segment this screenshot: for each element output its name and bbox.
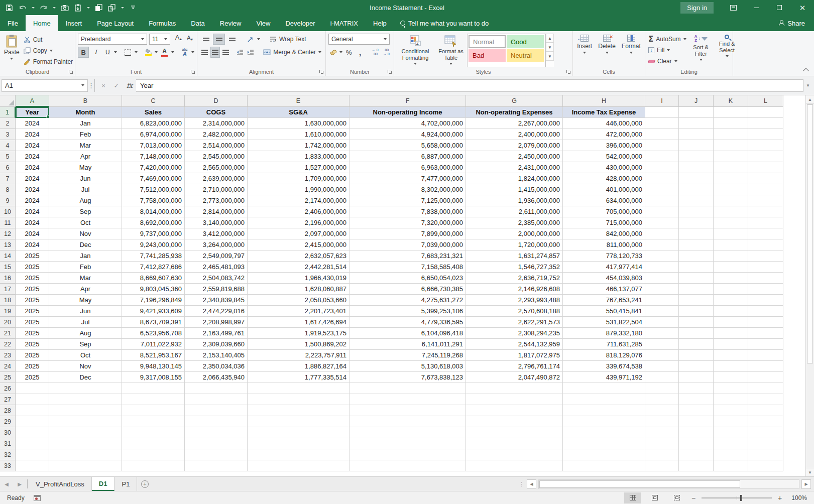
horizontal-scroll-thumb[interactable] xyxy=(539,480,740,488)
cell-C32[interactable] xyxy=(122,449,185,460)
tab-i-matrix[interactable]: i-MATRIX xyxy=(323,15,366,31)
alignment-dialog-launcher-icon[interactable] xyxy=(319,70,324,74)
cell-L10[interactable] xyxy=(748,206,783,217)
cell-A1[interactable]: Year xyxy=(16,107,49,118)
cell-G25[interactable]: 2,047,490,872 xyxy=(466,372,563,383)
cell-G32[interactable] xyxy=(466,449,563,460)
cell-H9[interactable]: 634,000,000 xyxy=(563,195,645,206)
cell-K19[interactable] xyxy=(714,306,748,317)
cell-L31[interactable] xyxy=(748,438,783,449)
cell-A2[interactable]: 2024 xyxy=(16,118,49,129)
cell-K30[interactable] xyxy=(714,427,748,438)
copy-dropdown-icon[interactable] xyxy=(50,50,53,52)
cell-K8[interactable] xyxy=(714,184,748,195)
cell-H29[interactable] xyxy=(563,416,645,427)
font-dialog-launcher-icon[interactable] xyxy=(191,70,195,74)
cell-E10[interactable]: 2,406,000,000 xyxy=(248,206,350,217)
cell-C30[interactable] xyxy=(122,427,185,438)
row-header-5[interactable]: 5 xyxy=(0,151,16,162)
cell-F14[interactable]: 7,683,231,321 xyxy=(350,250,466,262)
row-header-33[interactable]: 33 xyxy=(0,460,16,471)
cell-E22[interactable]: 1,500,869,202 xyxy=(248,339,350,350)
cell-F2[interactable]: 4,702,000,000 xyxy=(350,118,466,129)
cell-H23[interactable]: 818,129,076 xyxy=(563,350,645,361)
cell-C7[interactable]: 7,469,000,000 xyxy=(122,173,185,184)
cell-D9[interactable]: 2,773,000,000 xyxy=(185,195,248,206)
cell-A26[interactable] xyxy=(16,383,49,394)
redo-icon[interactable] xyxy=(39,4,48,12)
delete-cells-button[interactable]: ✕ Delete xyxy=(596,32,618,67)
cell-H8[interactable]: 401,000,000 xyxy=(563,184,645,195)
cell-J22[interactable] xyxy=(679,339,714,350)
cell-D13[interactable]: 3,264,000,000 xyxy=(185,239,248,250)
decrease-decimal-button[interactable]: .00→.0 xyxy=(382,47,391,58)
switch-windows-icon[interactable] xyxy=(107,4,116,12)
cell-J13[interactable] xyxy=(679,239,714,250)
cell-G16[interactable]: 2,636,719,752 xyxy=(466,273,563,284)
row-header-12[interactable]: 12 xyxy=(0,228,16,239)
cell-L2[interactable] xyxy=(748,118,783,129)
cell-J12[interactable] xyxy=(679,228,714,239)
cell-E33[interactable] xyxy=(248,460,350,471)
screenshot-icon[interactable] xyxy=(60,4,69,12)
cell-B18[interactable]: May xyxy=(49,295,122,306)
undo-icon[interactable] xyxy=(18,4,27,12)
macro-record-icon[interactable] xyxy=(34,495,41,501)
column-header-G[interactable]: G xyxy=(466,95,563,107)
cell-E5[interactable]: 1,833,000,000 xyxy=(248,151,350,162)
comma-style-button[interactable]: , xyxy=(355,47,365,58)
number-dialog-launcher-icon[interactable] xyxy=(388,70,392,74)
tab-review[interactable]: Review xyxy=(212,15,249,31)
redo-dropdown-icon[interactable] xyxy=(53,7,56,9)
cell-D2[interactable]: 2,314,000,000 xyxy=(185,118,248,129)
cell-A19[interactable]: 2025 xyxy=(16,306,49,317)
cell-D11[interactable]: 3,140,000,000 xyxy=(185,217,248,228)
cell-L5[interactable] xyxy=(748,151,783,162)
cell-D23[interactable]: 2,153,140,405 xyxy=(185,350,248,361)
cell-J4[interactable] xyxy=(679,140,714,151)
customize-quick-access-toolbar-icon[interactable] xyxy=(129,4,137,12)
cell-D6[interactable]: 2,565,000,000 xyxy=(185,162,248,173)
cell-F27[interactable] xyxy=(350,394,466,405)
column-header-C[interactable]: C xyxy=(122,95,185,107)
cell-H14[interactable]: 778,120,733 xyxy=(563,250,645,262)
cell-A29[interactable] xyxy=(16,416,49,427)
sheet-tab-v_profitandloss[interactable]: V_ProfitAndLoss xyxy=(29,477,92,491)
cell-E16[interactable]: 1,966,430,019 xyxy=(248,273,350,284)
cell-I6[interactable] xyxy=(645,162,679,173)
clear-button[interactable]: Clear xyxy=(647,56,688,67)
cell-A16[interactable]: 2025 xyxy=(16,273,49,284)
cell-B31[interactable] xyxy=(49,438,122,449)
cell-L15[interactable] xyxy=(748,262,783,273)
cell-K3[interactable] xyxy=(714,129,748,140)
zoom-slider[interactable] xyxy=(702,497,772,498)
cell-H25[interactable]: 439,971,192 xyxy=(563,372,645,383)
cell-H33[interactable] xyxy=(563,460,645,471)
cell-E12[interactable]: 2,097,000,000 xyxy=(248,228,350,239)
cell-L28[interactable] xyxy=(748,405,783,416)
cell-F12[interactable]: 7,899,000,000 xyxy=(350,228,466,239)
cell-F24[interactable]: 5,130,618,003 xyxy=(350,361,466,372)
row-header-28[interactable]: 28 xyxy=(0,405,16,416)
cell-E28[interactable] xyxy=(248,405,350,416)
row-header-31[interactable]: 31 xyxy=(0,438,16,449)
cell-J20[interactable] xyxy=(679,317,714,328)
row-header-3[interactable]: 3 xyxy=(0,129,16,140)
insert-cells-dropdown-icon[interactable] xyxy=(583,52,586,54)
cell-B19[interactable]: Jun xyxy=(49,306,122,317)
cell-K32[interactable] xyxy=(714,449,748,460)
cell-L17[interactable] xyxy=(748,284,783,295)
cell-I9[interactable] xyxy=(645,195,679,206)
cell-D16[interactable]: 2,504,083,742 xyxy=(185,273,248,284)
cell-G20[interactable]: 2,622,291,573 xyxy=(466,317,563,328)
column-header-E[interactable]: E xyxy=(248,95,350,107)
cell-F20[interactable]: 4,779,336,595 xyxy=(350,317,466,328)
cell-H7[interactable]: 428,000,000 xyxy=(563,173,645,184)
row-header-29[interactable]: 29 xyxy=(0,416,16,427)
cell-G9[interactable]: 1,936,000,000 xyxy=(466,195,563,206)
cell-A33[interactable] xyxy=(16,460,49,471)
wrap-text-button[interactable]: Wrap Text xyxy=(268,34,308,45)
cell-J23[interactable] xyxy=(679,350,714,361)
cell-K31[interactable] xyxy=(714,438,748,449)
row-header-2[interactable]: 2 xyxy=(0,118,16,129)
